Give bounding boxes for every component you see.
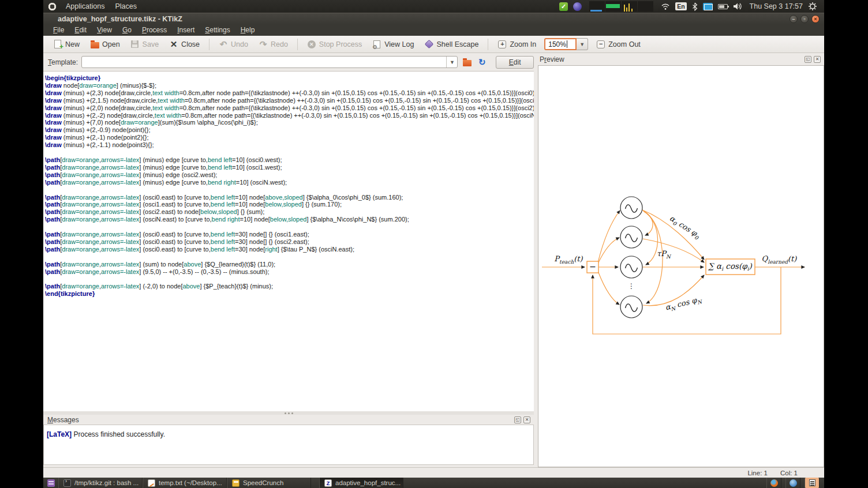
- menu-edit[interactable]: Edit: [69, 25, 92, 35]
- shell-escape-icon: [424, 40, 433, 49]
- firefox-icon: [770, 479, 778, 487]
- top-panel: Applications Places ✓: [43, 0, 824, 13]
- close-dock-icon[interactable]: ✕: [523, 416, 530, 423]
- code-line[interactable]: \draw (minus) +(2,1.5) node[draw,circle,…: [45, 97, 534, 104]
- taskbar-browser-button[interactable]: [785, 478, 800, 488]
- taskbar-item-terminal[interactable]: /tmp/ktikz.git : bash ...: [58, 478, 143, 488]
- mail-icon[interactable]: [703, 3, 713, 10]
- close-file-button[interactable]: ✕ Close: [165, 37, 204, 51]
- code-line[interactable]: \end{tikzpicture}: [45, 290, 534, 298]
- menu-places[interactable]: Places: [114, 1, 138, 12]
- taskbar-item-texteditor[interactable]: temp.txt (~/Desktop...: [143, 478, 227, 488]
- zoom-level-input[interactable]: 150%: [544, 38, 577, 50]
- oscillator-node: [620, 226, 642, 248]
- status-col: Col: 1: [780, 470, 798, 476]
- message-tag: [LaTeX]: [47, 430, 72, 438]
- float-dock-icon[interactable]: ◱: [805, 56, 811, 63]
- code-line[interactable]: \path[draw=orange,arrows=-latex] (osci0.…: [45, 231, 534, 238]
- toolbar-separator: [297, 39, 298, 50]
- template-combo[interactable]: ▼: [81, 56, 458, 68]
- menu-insert[interactable]: Insert: [172, 25, 200, 35]
- code-line[interactable]: \path[draw=orange,arrows=-latex] (sum) t…: [45, 261, 534, 268]
- code-line[interactable]: \path[draw=orange,arrows=-latex] (osci0.…: [45, 194, 534, 201]
- stop-process-button[interactable]: ✕ Stop Process: [303, 37, 366, 51]
- undo-button[interactable]: ↶ Undo: [215, 37, 252, 51]
- shell-escape-button[interactable]: Shell Escape: [420, 37, 482, 51]
- taskbar-notes-button[interactable]: [805, 478, 820, 488]
- messages-panel[interactable]: [LaTeX] Process finished successfully.: [43, 425, 534, 465]
- code-line[interactable]: \path[draw=orange,arrows=-latex] (osci0.…: [45, 238, 534, 246]
- close-dock-icon[interactable]: ✕: [814, 56, 821, 63]
- folder-icon: [463, 60, 472, 66]
- message-text: Process finished successfully.: [72, 430, 165, 438]
- code-line[interactable]: \draw (minus) +(2,0) node[draw,circle,te…: [45, 104, 534, 112]
- menu-go[interactable]: Go: [117, 25, 137, 35]
- template-open-button[interactable]: [461, 57, 473, 68]
- menu-file[interactable]: File: [48, 25, 69, 35]
- tray-app-icon[interactable]: [573, 2, 582, 11]
- code-line[interactable]: \path[draw=orange,arrows=-latex] (osciN.…: [45, 216, 534, 223]
- code-line[interactable]: \path[draw=orange,arrows=-latex] (osci2.…: [45, 208, 534, 216]
- close-window-button[interactable]: ×: [811, 15, 820, 23]
- distro-logo-icon[interactable]: [48, 2, 57, 11]
- code-line[interactable]: \draw (minus) +(2,-0.9) node(point){};: [45, 126, 534, 134]
- menu-settings[interactable]: Settings: [200, 25, 235, 35]
- window-titlebar[interactable]: adaptive_hopf_structure.tikz - KTikZ – ▫…: [43, 13, 824, 24]
- redo-button[interactable]: ↷ Redo: [255, 37, 292, 51]
- code-line[interactable]: \draw (minus) +(2,-1) node(point2){};: [45, 134, 534, 141]
- template-reload-button[interactable]: ↻: [476, 57, 488, 68]
- zoom-in-button[interactable]: + Zoom In: [493, 37, 540, 51]
- open-button[interactable]: Open: [86, 37, 124, 51]
- view-log-button[interactable]: View Log: [368, 37, 418, 51]
- code-line[interactable]: \path[draw=orange,arrows=-latex] (minus)…: [45, 156, 534, 164]
- minimize-button[interactable]: –: [790, 15, 798, 23]
- code-line[interactable]: \draw (minus) +(7,0) node[draw=orange](s…: [45, 119, 534, 126]
- maximize-button[interactable]: ▫: [800, 15, 809, 23]
- statusbar: Line: 1 Col: 1: [43, 467, 824, 478]
- window-list-button[interactable]: [43, 478, 58, 488]
- code-line[interactable]: \path[draw=orange,arrows=-latex] (-2,0) …: [45, 283, 534, 290]
- volume-icon[interactable]: [733, 2, 742, 10]
- code-line[interactable]: \path[draw=orange,arrows=-latex] (osci1.…: [45, 201, 534, 208]
- code-line[interactable]: \path[draw=orange,arrows=-latex] (osci0.…: [45, 246, 534, 253]
- code-line[interactable]: \draw (minus) +(2,3) node[draw,circle,te…: [45, 89, 534, 97]
- keyboard-layout-indicator[interactable]: En: [675, 2, 686, 10]
- code-line[interactable]: [45, 253, 534, 261]
- taskbar-item-speedcrunch[interactable]: SpeedCrunch: [227, 478, 311, 488]
- code-editor[interactable]: \begin{tikzpicture}\draw node[draw=orang…: [43, 71, 534, 411]
- float-dock-icon[interactable]: ◱: [514, 416, 521, 423]
- code-line[interactable]: \draw (minus) +(2,-2) node[draw,circle,t…: [45, 112, 534, 119]
- diagram-label-q-learned: Qlearned(t): [762, 254, 797, 265]
- save-button[interactable]: Save: [126, 37, 163, 51]
- taskbar-item-ktikz[interactable]: Z adaptive_hopf_struc...: [319, 478, 403, 488]
- system-monitor-applet[interactable]: [589, 1, 653, 12]
- code-line[interactable]: \begin{tikzpicture}: [45, 74, 534, 82]
- bluetooth-icon[interactable]: [692, 2, 698, 11]
- code-line[interactable]: \path[draw=orange,arrows=-latex] (minus)…: [45, 171, 534, 179]
- template-dropdown-arrow[interactable]: ▼: [446, 57, 457, 67]
- code-line[interactable]: [45, 186, 534, 194]
- code-line[interactable]: \draw (minus) +(2,-1.1) node(point3){};: [45, 141, 534, 149]
- zoom-out-button[interactable]: − Zoom Out: [592, 37, 645, 51]
- code-line[interactable]: \path[draw=orange,arrows=-latex] (minus)…: [45, 179, 534, 186]
- code-line[interactable]: [45, 223, 534, 231]
- terminal-icon: [63, 479, 71, 487]
- code-line[interactable]: \draw node[draw=orange] (minus){$-$};: [45, 82, 534, 89]
- new-button[interactable]: New: [49, 37, 84, 51]
- clock[interactable]: Thu Sep 3 17:57: [750, 2, 803, 10]
- code-line[interactable]: \path[draw=orange,arrows=-latex] (9.5,0)…: [45, 268, 534, 276]
- session-gear-icon[interactable]: [808, 2, 817, 11]
- battery-icon[interactable]: [718, 4, 728, 9]
- menu-view[interactable]: View: [92, 25, 117, 35]
- menu-help[interactable]: Help: [235, 25, 260, 35]
- wifi-icon[interactable]: [661, 2, 670, 10]
- code-line[interactable]: [45, 149, 534, 156]
- zoom-dropdown-arrow[interactable]: ▼: [577, 38, 588, 50]
- code-line[interactable]: [45, 275, 534, 283]
- menu-applications[interactable]: Applications: [65, 1, 106, 12]
- taskbar-firefox-button[interactable]: [766, 478, 781, 488]
- menu-process[interactable]: Process: [137, 25, 172, 35]
- code-line[interactable]: \path[draw=orange,arrows=-latex] (minus)…: [45, 164, 534, 171]
- template-edit-button[interactable]: Edit: [496, 56, 534, 69]
- updates-ok-icon[interactable]: ✓: [559, 2, 568, 11]
